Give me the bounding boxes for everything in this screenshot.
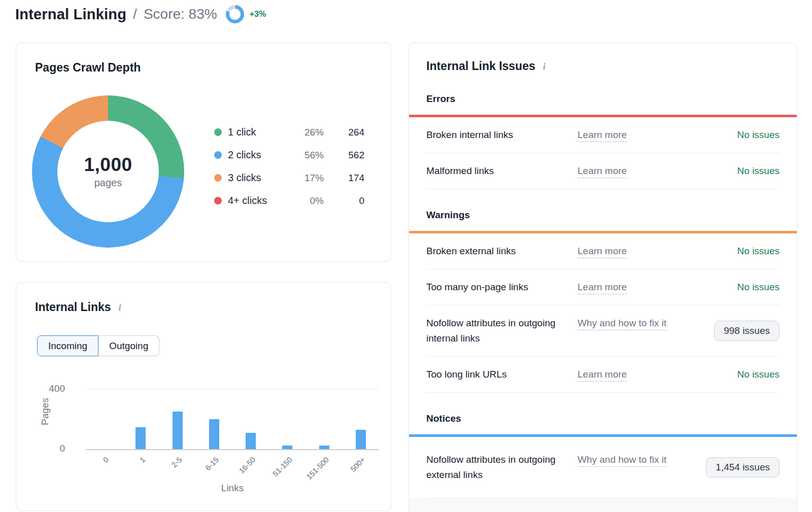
bar-slot-0[interactable]: 0 (86, 389, 122, 449)
crawl-depth-title: Pages Crawl Depth (35, 61, 141, 75)
legend-dot-orange-icon (214, 174, 222, 182)
y-axis-title: Pages (40, 398, 51, 425)
issue-label: Malformed links (426, 163, 578, 179)
section-heading-warnings: Warnings (426, 210, 780, 221)
y-axis-tick-400: 400 (42, 382, 65, 395)
donut-total-label: pages (94, 177, 122, 189)
legend-count: 264 (324, 127, 364, 138)
legend-label: 4+ clicks (228, 195, 291, 207)
issue-label: Nofollow attributes in outgoing internal… (426, 316, 578, 346)
bar-slot-500+[interactable]: 500+ (343, 389, 379, 449)
legend-row-3-clicks[interactable]: 3 clicks 17% 174 (214, 166, 364, 189)
x-axis-tick-label: 16-50 (237, 455, 257, 475)
bar-slot-51-150[interactable]: 51-150 (269, 389, 306, 449)
learn-more-link[interactable]: Learn more (578, 280, 688, 295)
issue-status-no-issues: No issues (688, 246, 780, 257)
issue-label: Broken external links (426, 244, 578, 259)
bar-slot-1[interactable]: 1 (122, 389, 159, 449)
donut-total-pages: 1,000 (84, 154, 132, 176)
bar-slot-151-500[interactable]: 151-500 (306, 389, 343, 449)
internal-links-title: Internal Links (35, 300, 111, 314)
bar[interactable] (209, 419, 219, 449)
legend-dot-red-icon (214, 197, 222, 204)
info-icon[interactable]: i (117, 302, 123, 313)
legend-count: 174 (324, 173, 364, 184)
donut-center: 1,000 pages (57, 121, 159, 222)
pages-crawl-depth-card: Pages Crawl Depth 1,000 pages 1 click 26… (16, 43, 391, 262)
legend-dot-green-icon (214, 128, 222, 136)
score-label: Score: 83% (144, 6, 217, 22)
bar-slot-2-5[interactable]: 2-5 (159, 389, 196, 449)
issues-count-badge[interactable]: 1,454 issues (706, 457, 780, 477)
x-axis-tick-label: 151-500 (304, 455, 330, 481)
x-axis-title: Links (86, 483, 379, 494)
legend-dot-blue-icon (214, 151, 222, 159)
bar-slot-16-50[interactable]: 16-50 (232, 389, 269, 449)
x-axis-tick-label: 6-15 (204, 455, 220, 472)
title-divider: / (133, 6, 137, 22)
legend-label: 2 clicks (228, 149, 291, 161)
issue-status-no-issues: No issues (688, 282, 780, 293)
issue-label: Nofollow attributes in outgoing external… (426, 452, 578, 483)
y-axis-tick-0: 0 (42, 442, 65, 455)
bar[interactable] (356, 430, 366, 449)
internal-links-card: Internal Links i Incoming Outgoing 400 0… (16, 282, 391, 511)
bar[interactable] (173, 412, 183, 449)
incoming-links-bar-chart[interactable]: 012-56-1516-5051-150151-500500+ (86, 389, 379, 450)
tab-incoming[interactable]: Incoming (37, 335, 98, 356)
learn-more-link[interactable]: Learn more (578, 163, 688, 179)
legend-percent: 56% (291, 150, 324, 161)
legend-label: 3 clicks (228, 172, 291, 184)
issue-row-too-many-on-page-links: Too many on-page links Learn more No iss… (426, 269, 780, 305)
x-axis-tick-label: 1 (138, 455, 147, 464)
bar-slot-6-15[interactable]: 6-15 (196, 389, 232, 449)
issues-card-title: Internal Link Issues (426, 59, 535, 73)
issue-label: Too long link URLs (426, 367, 578, 382)
links-direction-tabs: Incoming Outgoing (37, 335, 159, 356)
bar[interactable] (319, 446, 329, 449)
issue-row-broken-internal-links: Broken internal links Learn more No issu… (426, 117, 780, 153)
legend-percent: 0% (291, 195, 324, 207)
issue-label: Too many on-page links (426, 280, 578, 295)
bar[interactable] (136, 427, 146, 449)
tab-outgoing[interactable]: Outgoing (98, 335, 159, 356)
internal-link-issues-card: Internal Link Issues i Errors Broken int… (409, 43, 797, 512)
legend-row-4plus-clicks[interactable]: 4+ clicks 0% 0 (214, 189, 364, 212)
legend-percent: 26% (291, 127, 324, 138)
issue-row-broken-external-links: Broken external links Learn more No issu… (426, 233, 780, 269)
legend-count: 0 (324, 195, 364, 207)
issue-row-too-long-link-urls: Too long link URLs Learn more No issues (426, 357, 780, 393)
page-title: Internal Linking (15, 6, 126, 23)
learn-more-link[interactable]: Learn more (578, 127, 688, 143)
issue-status-badge-wrap: 1,454 issues (688, 457, 780, 477)
report-header: Internal Linking / Score: 83% +3% (15, 5, 266, 23)
x-axis-tick-label: 0 (101, 455, 110, 464)
legend-row-1-click[interactable]: 1 click 26% 264 (214, 121, 364, 144)
info-icon[interactable]: i (542, 61, 547, 72)
issue-label: Broken internal links (426, 127, 578, 143)
x-axis-tick-label: 2-5 (170, 455, 183, 469)
why-and-how-to-fix-link[interactable]: Why and how to fix it (578, 452, 688, 467)
legend-count: 562 (324, 150, 364, 161)
issue-status-no-issues: No issues (688, 369, 780, 380)
issue-row-nofollow-outgoing-internal: Nofollow attributes in outgoing internal… (426, 305, 780, 357)
x-axis-tick-label: 500+ (349, 455, 367, 473)
issue-status-no-issues: No issues (688, 129, 780, 141)
learn-more-link[interactable]: Learn more (578, 367, 688, 382)
learn-more-link[interactable]: Learn more (578, 244, 688, 259)
score-delta-badge: +3% (250, 10, 266, 19)
issue-row-malformed-links: Malformed links Learn more No issues (426, 153, 780, 189)
legend-percent: 17% (291, 173, 324, 184)
bar[interactable] (246, 433, 256, 449)
issues-count-badge[interactable]: 998 issues (714, 321, 780, 341)
bar[interactable] (282, 446, 292, 449)
legend-row-2-clicks[interactable]: 2 clicks 56% 562 (214, 144, 364, 166)
crawl-depth-legend: 1 click 26% 264 2 clicks 56% 562 3 click… (214, 121, 364, 212)
x-axis-tick-label: 51-150 (270, 455, 293, 478)
section-heading-notices: Notices (426, 413, 780, 424)
issue-row-nofollow-outgoing-external: Nofollow attributes in outgoing external… (426, 437, 780, 498)
section-heading-errors: Errors (426, 93, 780, 105)
issue-status-badge-wrap: 998 issues (688, 321, 780, 341)
score-progress-ring-icon (226, 5, 244, 23)
why-and-how-to-fix-link[interactable]: Why and how to fix it (578, 316, 688, 331)
